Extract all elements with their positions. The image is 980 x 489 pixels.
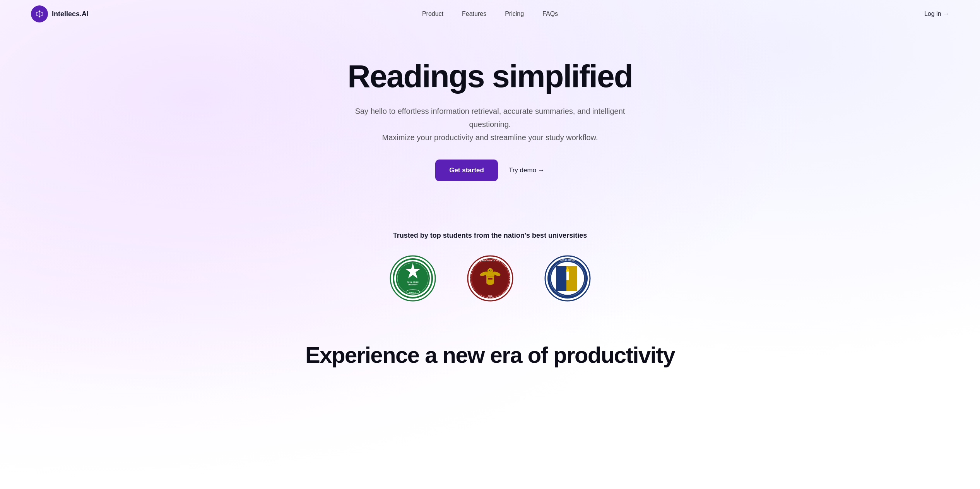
nav-item-features[interactable]: Features (462, 10, 486, 17)
hero-section: Readings simplified Say hello to effortl… (0, 28, 980, 232)
svg-text:LUCE ET VIRTUTE: LUCE ET VIRTUTE (560, 259, 575, 261)
svg-text:PHILIPPINES: PHILIPPINES (485, 297, 495, 299)
hero-buttons: Get started Try demo → (8, 160, 972, 181)
navbar: Intellecs.AI Product Features Pricing FA… (0, 0, 980, 28)
svg-rect-41 (556, 266, 566, 291)
svg-text:DE LA SALLE: DE LA SALLE (407, 281, 418, 283)
ateneo-logo: ATENEO DE MANILA LUCE ET VIRTUTE (544, 255, 591, 303)
trusted-section: Trusted by top students from the nation'… (0, 232, 980, 326)
svg-text:UNIVERSITY OF THE: UNIVERSITY OF THE (481, 259, 500, 262)
get-started-button[interactable]: Get started (435, 160, 498, 181)
nav-item-pricing[interactable]: Pricing (505, 10, 524, 17)
brand-name: Intellecs.AI (52, 10, 89, 18)
login-button[interactable]: Log in → (924, 10, 949, 17)
hero-title: Readings simplified (8, 59, 972, 94)
logo-icon (31, 5, 48, 22)
trusted-title: Trusted by top students from the nation'… (8, 232, 972, 240)
svg-text:UNIVERSITY: UNIVERSITY (408, 284, 417, 286)
nav-link-product[interactable]: Product (422, 10, 443, 17)
svg-text:ATENEO DE MANILA: ATENEO DE MANILA (559, 295, 576, 297)
logo[interactable]: Intellecs.AI (31, 5, 89, 22)
dlsu-logo: MANILA DE LA SALLE UNIVERSITY (390, 255, 436, 303)
hero-subtitle: Say hello to effortless information retr… (355, 105, 626, 144)
svg-rect-33 (488, 278, 493, 280)
nav-item-product[interactable]: Product (422, 10, 443, 17)
nav-links: Product Features Pricing FAQs (422, 10, 558, 17)
svg-text:MANILA: MANILA (409, 292, 417, 294)
svg-point-32 (489, 270, 490, 271)
up-logo: UNIVERSITY OF THE 1908 PHILIPPINES (467, 255, 513, 303)
try-demo-button[interactable]: Try demo → (509, 166, 545, 174)
nav-link-features[interactable]: Features (462, 10, 486, 17)
nav-item-faqs[interactable]: FAQs (542, 10, 558, 17)
university-logos: MANILA DE LA SALLE UNIVERSITY (8, 255, 972, 303)
hero-subtitle-line2: Maximize your productivity and streamlin… (382, 133, 598, 142)
experience-section: Experience a new era of productivity (0, 326, 980, 391)
nav-link-faqs[interactable]: FAQs (542, 10, 558, 17)
nav-link-pricing[interactable]: Pricing (505, 10, 524, 17)
svg-point-28 (487, 268, 493, 274)
experience-title: Experience a new era of productivity (8, 342, 972, 368)
hero-subtitle-line1: Say hello to effortless information retr… (355, 107, 625, 129)
